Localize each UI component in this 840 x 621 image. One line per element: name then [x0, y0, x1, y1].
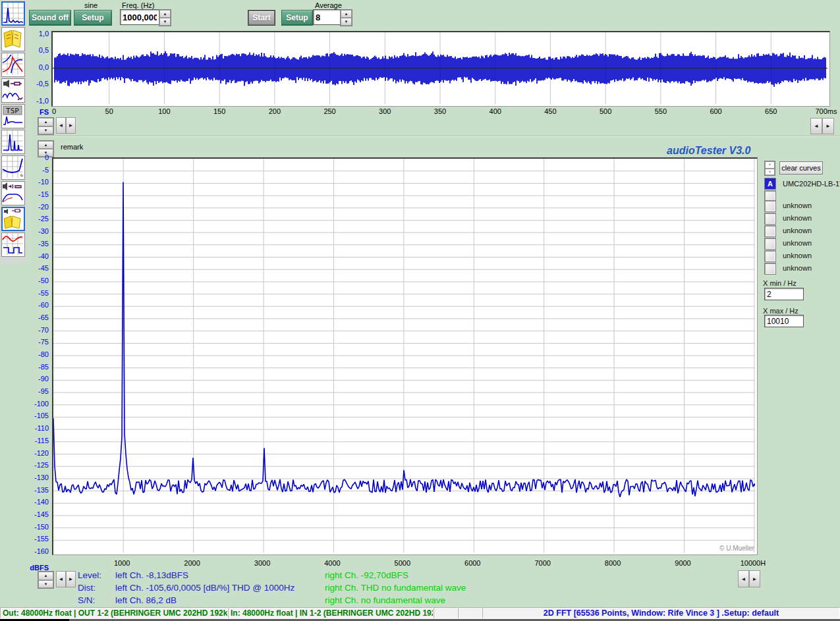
axis-tick-label: 550	[646, 107, 675, 115]
dist-left-value: left Ch. -105,6/0,0005 [dB/%] THD @ 1000…	[115, 583, 294, 593]
frequency-spin-up-icon[interactable]: ▲	[159, 10, 171, 18]
scope-scroll-right2-icon[interactable]: ►	[822, 118, 834, 134]
curve-list-down-icon[interactable]: ˅	[765, 169, 775, 176]
fft-spectrum-icon	[3, 3, 24, 24]
axis-tick-label: -160	[25, 547, 49, 555]
start-button[interactable]: Start	[248, 11, 275, 25]
scope-right-scroll[interactable]: ◄ ►	[810, 118, 834, 134]
fft-zoom-down-icon[interactable]: ▼	[38, 580, 53, 589]
average-input[interactable]	[313, 9, 342, 25]
fft-zoom-up-icon[interactable]: ▲	[38, 572, 53, 580]
axis-tick-label: -140	[25, 498, 49, 506]
sidebar-icon-speaker-microphone[interactable]	[1, 181, 25, 205]
curve-list-up-icon[interactable]: ˄	[765, 161, 775, 169]
sidebar-icon-impedance-speaker[interactable]	[1, 78, 25, 103]
axis-tick-label: 450	[536, 107, 565, 115]
sidebar-icon-waveform-shapes[interactable]	[1, 232, 25, 257]
scope-scroll-left-icon[interactable]: ◄	[56, 117, 66, 134]
frequency-spin-down-icon[interactable]: ▼	[159, 18, 171, 26]
frequency-input[interactable]	[120, 9, 159, 25]
axis-tick-label: 9000	[663, 559, 703, 567]
frequency-spinner[interactable]: ▲ ▼	[159, 9, 171, 26]
xmin-input[interactable]	[764, 288, 804, 300]
status-bar: Out: 48000Hz float | OUT 1-2 (BEHRINGER …	[0, 607, 840, 620]
level-right-value: right Ch. -92,70dBFS	[325, 570, 408, 580]
sn-left-value: left Ch. 86,2 dB	[115, 595, 177, 605]
curve-label: unknown	[783, 239, 812, 247]
oscilloscope-plot	[51, 31, 830, 107]
curve-list-spinner[interactable]: ˄ ˅	[764, 161, 775, 176]
fft-spectrum-curve	[53, 159, 755, 553]
axis-tick-label: 100	[150, 107, 179, 115]
curve-checkbox[interactable]	[764, 263, 776, 275]
average-spin-down-icon[interactable]: ▼	[341, 18, 352, 26]
axis-tick-label: -100	[25, 400, 49, 408]
axis-tick-label: 50	[95, 107, 124, 115]
tsp-icon: TSP	[2, 105, 23, 126]
scope-y-zoom-spinner[interactable]: ▲ ▼	[38, 117, 54, 135]
fft-scroll-left-icon[interactable]: ◄	[56, 571, 66, 587]
status-fft-section: 2D FFT [65536 Points, Window: Rife Vince…	[482, 607, 840, 618]
status-input-text: In: 48000Hz float | IN 1-2 (BEHRINGER UM…	[229, 608, 434, 618]
axis-tick-label: -155	[25, 535, 49, 543]
level-label: Level:	[78, 570, 101, 580]
axis-tick-label: 500	[591, 107, 620, 115]
axis-tick-label: 250	[316, 107, 345, 115]
curve-checkbox[interactable]	[764, 250, 776, 262]
average-label: Average	[315, 1, 342, 9]
axis-tick-label: -75	[25, 338, 49, 346]
sidebar-icon-signal-book[interactable]	[1, 27, 25, 51]
curve-label: unknown	[783, 202, 812, 209]
axis-tick-label: -135	[25, 486, 49, 494]
axis-tick-label: -110	[25, 424, 49, 432]
sidebar-icon-harmonics-spectrum[interactable]	[1, 130, 25, 154]
sidebar-icon-impedance-omega[interactable]: ω	[1, 155, 25, 180]
scope-zoom-up-icon[interactable]: ▲	[38, 118, 53, 126]
fft-y-zoom-spinner[interactable]: ▲ ▼	[38, 571, 54, 589]
axis-tick-label: 0	[25, 153, 49, 161]
axis-tick-label: 2000	[173, 559, 212, 567]
curve-label: unknown	[783, 214, 812, 222]
sidebar-icon-tsp-measurement[interactable]: TSP	[1, 104, 25, 128]
curve-checkbox[interactable]	[764, 200, 776, 212]
generator-setup-button[interactable]: Setup	[74, 10, 112, 26]
curve-checkbox[interactable]	[764, 238, 776, 250]
average-spin-up-icon[interactable]: ▲	[341, 10, 352, 18]
status-empty-section-2	[458, 607, 482, 618]
xmax-input[interactable]	[764, 315, 804, 327]
fft-scroll-right-icon[interactable]: ►	[66, 571, 76, 587]
sine-label: sine	[84, 1, 98, 9]
axis-tick-label: -15	[25, 190, 49, 198]
axis-tick-label: 400	[481, 107, 510, 115]
axis-tick-label: 350	[426, 107, 455, 115]
curve-a-name: UMC202HD-LB-1Vp	[783, 180, 840, 188]
average-spinner[interactable]: ▲ ▼	[340, 9, 352, 26]
sound-off-button[interactable]: Sound off	[29, 10, 71, 26]
axis-tick-label: 4000	[312, 559, 352, 567]
sidebar-icon-frequency-response[interactable]	[1, 53, 25, 77]
axis-tick-label: 0,5	[25, 46, 49, 54]
scope-zoom-down-icon[interactable]: ▼	[38, 126, 53, 135]
axis-tick-label: 300	[370, 107, 399, 115]
curve-checkbox[interactable]	[764, 213, 776, 225]
remark-spin-up-icon[interactable]: ▲	[38, 141, 53, 149]
fft-scroll-right2-icon[interactable]: ►	[749, 570, 760, 587]
analyzer-setup-button[interactable]: Setup	[281, 10, 313, 26]
sidebar-icon-wave-book[interactable]	[1, 207, 25, 231]
curve-label: unknown	[783, 264, 812, 272]
svg-text:TSP: TSP	[6, 107, 19, 115]
scope-left-scroll[interactable]: ◄ ►	[56, 117, 76, 134]
axis-tick-label: -35	[25, 240, 49, 248]
axis-tick-label: -105	[25, 412, 49, 419]
fft-left-scroll[interactable]: ◄ ►	[56, 571, 76, 587]
fft-scroll-left2-icon[interactable]: ◄	[738, 570, 749, 587]
fft-right-scroll[interactable]: ◄ ►	[738, 570, 760, 587]
curve-a-checkbox[interactable]: A	[764, 178, 776, 190]
sidebar-icon-fft-spectrum[interactable]	[1, 1, 25, 26]
curve-checkbox[interactable]	[764, 225, 776, 237]
clear-curves-button[interactable]: clear curves	[779, 161, 823, 175]
impedance-omega-icon: ω	[2, 156, 23, 178]
scope-scroll-left2-icon[interactable]: ◄	[810, 118, 822, 134]
level-left-value: left Ch. -8,13dBFS	[115, 570, 188, 580]
scope-scroll-right-icon[interactable]: ►	[66, 117, 76, 134]
